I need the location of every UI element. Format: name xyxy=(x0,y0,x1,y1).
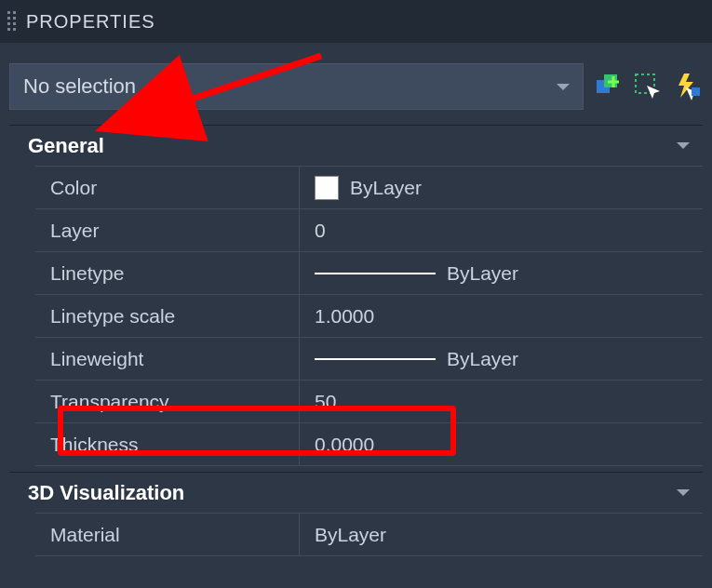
panel-titlebar: PROPERTIES xyxy=(0,0,712,43)
chevron-down-icon xyxy=(677,142,690,149)
chevron-down-icon xyxy=(557,84,570,90)
svg-rect-5 xyxy=(13,22,16,25)
prop-label: Material xyxy=(35,514,300,555)
prop-label: Transparency xyxy=(35,381,300,422)
color-swatch xyxy=(315,176,339,200)
section-title: 3D Visualization xyxy=(28,481,184,505)
prop-table-3d-visualization: Material ByLayer xyxy=(35,513,703,556)
prop-value-transparency[interactable]: 50 xyxy=(300,381,703,422)
icon-strip xyxy=(593,71,703,102)
prop-value-text: ByLayer xyxy=(315,524,386,546)
prop-label: Lineweight xyxy=(35,338,300,380)
picker-set-icon[interactable] xyxy=(632,71,664,102)
prop-row-material: Material ByLayer xyxy=(35,514,703,556)
prop-value-color[interactable]: ByLayer xyxy=(300,167,703,208)
selection-dropdown[interactable]: No selection xyxy=(9,63,584,110)
prop-value-material[interactable]: ByLayer xyxy=(300,514,703,555)
svg-rect-4 xyxy=(7,22,10,25)
prop-value-linetype[interactable]: ByLayer xyxy=(300,252,703,294)
prop-value-text: 0.0000 xyxy=(315,434,374,456)
properties-panel: PROPERTIES No selection xyxy=(0,0,712,588)
prop-row-transparency: Transparency 50 xyxy=(35,381,703,423)
prop-value-linetypescale[interactable]: 1.0000 xyxy=(300,295,703,337)
prop-row-color: Color ByLayer xyxy=(35,167,703,209)
svg-rect-0 xyxy=(7,11,10,14)
prop-row-thickness: Thickness 0.0000 xyxy=(35,423,703,466)
svg-marker-13 xyxy=(647,86,660,99)
panel-title: PROPERTIES xyxy=(26,11,155,33)
section-title: General xyxy=(28,134,104,158)
svg-rect-7 xyxy=(13,28,16,31)
prop-label: Linetype scale xyxy=(35,295,300,337)
prop-label: Linetype xyxy=(35,252,300,294)
linetype-preview xyxy=(315,273,436,274)
prop-value-text: ByLayer xyxy=(447,348,518,370)
prop-value-text: 0 xyxy=(315,220,326,242)
prop-row-linetypescale: Linetype scale 1.0000 xyxy=(35,295,703,338)
prop-value-text: 1.0000 xyxy=(315,305,374,327)
prop-value-text: 50 xyxy=(315,391,336,413)
prop-label: Thickness xyxy=(35,423,300,465)
prop-label: Layer xyxy=(35,209,300,251)
svg-rect-2 xyxy=(7,17,10,20)
svg-rect-1 xyxy=(13,11,16,14)
prop-value-text: ByLayer xyxy=(447,262,518,285)
quick-select-icon[interactable] xyxy=(593,71,625,102)
prop-label: Color xyxy=(35,167,300,208)
svg-rect-3 xyxy=(13,17,16,20)
prop-value-thickness[interactable]: 0.0000 xyxy=(300,423,703,465)
prop-row-lineweight: Lineweight ByLayer xyxy=(35,338,703,381)
section-3d-visualization: 3D Visualization Material ByLayer xyxy=(9,472,703,556)
section-header-general[interactable]: General xyxy=(9,125,703,166)
selection-row: No selection xyxy=(0,43,712,119)
section-header-3d-visualization[interactable]: 3D Visualization xyxy=(9,472,703,513)
section-general: General Color ByLayer Layer 0 Linetype xyxy=(9,125,703,466)
lightning-icon[interactable] xyxy=(671,71,703,102)
chevron-down-icon xyxy=(677,489,690,496)
prop-table-general: Color ByLayer Layer 0 Linetype ByLayer xyxy=(35,166,703,466)
selection-value: No selection xyxy=(23,74,136,99)
prop-row-linetype: Linetype ByLayer xyxy=(35,252,703,295)
grip-icon[interactable] xyxy=(7,11,17,32)
svg-rect-16 xyxy=(692,87,700,96)
svg-rect-6 xyxy=(7,28,10,31)
prop-value-lineweight[interactable]: ByLayer xyxy=(300,338,703,380)
prop-row-layer: Layer 0 xyxy=(35,209,703,252)
prop-value-text: ByLayer xyxy=(350,177,422,199)
lineweight-preview xyxy=(315,358,436,360)
prop-value-layer[interactable]: 0 xyxy=(300,209,703,251)
